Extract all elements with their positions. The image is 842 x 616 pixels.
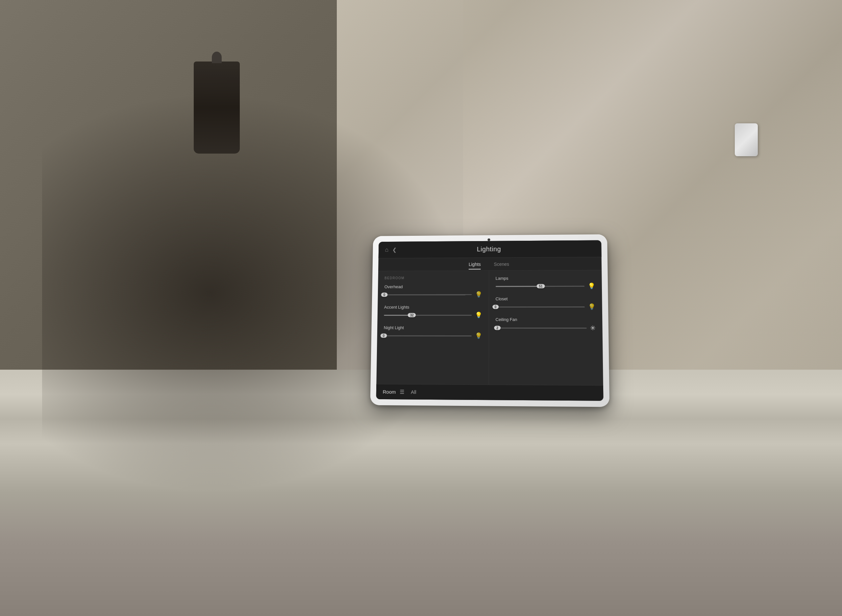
slider-thumb-closet[interactable]: 0: [492, 305, 499, 309]
tab-scenes[interactable]: Scenes: [494, 260, 509, 268]
tablet-device: ⌂ ❮ Lighting Lights Scenes BEDROOM: [370, 234, 610, 407]
tablet-screen: ⌂ ❮ Lighting Lights Scenes BEDROOM: [376, 240, 604, 400]
light-name-fan: Ceiling Fan: [496, 317, 596, 322]
slider-row-lamps: 51 💡: [496, 282, 595, 290]
light-icon-night: 💡: [475, 332, 482, 339]
slider-thumb-overhead[interactable]: 0: [381, 292, 387, 297]
slider-fill-lamps: [496, 286, 541, 286]
tab-bar: Lights Scenes: [378, 257, 601, 271]
light-name-lamps: Lamps: [496, 275, 595, 280]
slider-track-lamps[interactable]: 51: [496, 286, 585, 287]
fan-icon-ceiling: ✳: [590, 324, 596, 332]
list-item: Closet 0 💡: [496, 296, 596, 310]
slider-track-overhead[interactable]: 0: [384, 294, 472, 295]
tab-lights[interactable]: Lights: [469, 260, 481, 268]
wall-light-switch: [735, 123, 758, 156]
room-label[interactable]: Room: [383, 389, 396, 395]
slider-row-overhead: 0 💡: [384, 291, 483, 298]
slider-track-accent[interactable]: 32: [384, 314, 472, 315]
slider-thumb-fan[interactable]: 2: [494, 326, 501, 330]
all-label[interactable]: All: [411, 389, 417, 395]
light-icon-lamps: 💡: [588, 282, 596, 289]
slider-track-night[interactable]: 0: [384, 335, 472, 336]
list-item: Night Light 0 💡: [384, 325, 482, 339]
slider-row-accent: 32 💡: [384, 311, 482, 319]
light-icon-accent: 💡: [475, 311, 482, 319]
left-panel: BEDROOM Overhead 0 💡: [377, 271, 489, 384]
back-icon[interactable]: ❮: [392, 247, 397, 253]
tablet-body: ⌂ ❮ Lighting Lights Scenes BEDROOM: [370, 234, 610, 407]
list-icon[interactable]: ☰: [400, 389, 405, 395]
bottom-bar: Room ☰ All: [376, 384, 604, 400]
light-name-accent: Accent Lights: [384, 305, 482, 309]
right-panel: Lamps 51 💡 Clo: [489, 270, 604, 385]
light-name-overhead: Overhead: [384, 284, 482, 289]
app-content: BEDROOM Overhead 0 💡: [377, 270, 604, 385]
list-item: Overhead 0 💡: [384, 284, 483, 298]
slider-thumb-lamps[interactable]: 51: [537, 284, 545, 288]
slider-track-closet[interactable]: 0: [496, 306, 585, 307]
light-icon-closet: 💡: [588, 303, 596, 310]
slider-row-night: 0 💡: [384, 332, 482, 339]
list-item: Lamps 51 💡: [496, 275, 595, 290]
slider-thumb-night[interactable]: 0: [381, 333, 387, 338]
app-title: Lighting: [477, 245, 501, 253]
french-press: [194, 62, 240, 154]
light-name-night: Night Light: [384, 325, 482, 330]
slider-thumb-accent[interactable]: 32: [408, 313, 416, 317]
light-name-closet: Closet: [496, 296, 596, 301]
slider-track-fan[interactable]: 2: [496, 327, 587, 328]
home-icon[interactable]: ⌂: [385, 246, 389, 253]
slider-row-fan: 2 ✳: [496, 324, 596, 332]
app-header: ⌂ ❮ Lighting: [378, 240, 601, 258]
tablet-camera: [488, 238, 490, 241]
section-label-bedroom: BEDROOM: [384, 276, 482, 280]
light-icon-overhead: 💡: [475, 291, 482, 298]
slider-row-closet: 0 💡: [496, 303, 596, 310]
list-item: Ceiling Fan 2 ✳: [496, 317, 596, 332]
list-item: Accent Lights 32 💡: [384, 305, 482, 319]
